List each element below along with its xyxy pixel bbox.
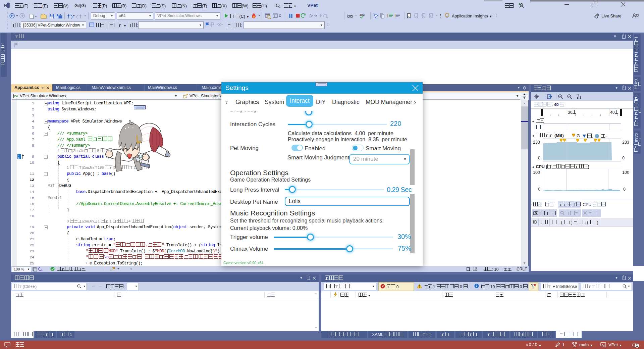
svg-text:C#: C# (14, 95, 18, 98)
svg-text:abc: abc (360, 13, 365, 17)
svg-text:O: O (18, 157, 20, 159)
